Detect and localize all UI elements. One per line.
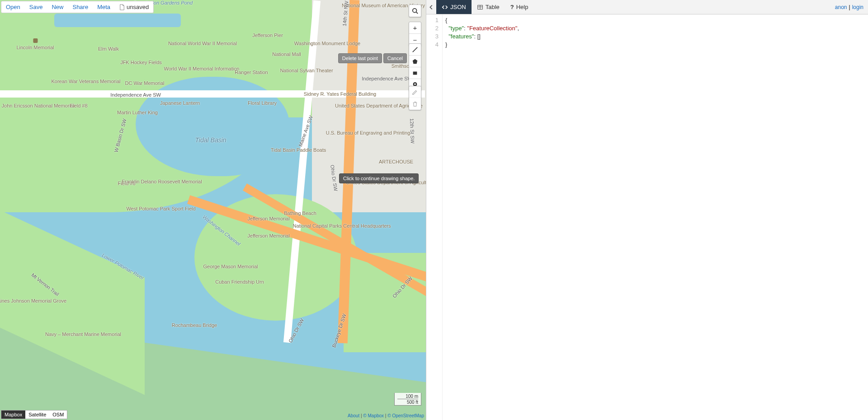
trash-icon: [412, 101, 418, 107]
scale-control: 100 m 500 ft: [394, 393, 421, 406]
rectangle-icon: [412, 70, 418, 76]
cancel-draw-button[interactable]: Cancel: [383, 53, 407, 63]
auth-area: anon | login: [830, 0, 868, 14]
scale-metric: 100 m: [397, 393, 418, 399]
attribution: About | © Mapbox | © OpenStreetMap: [348, 413, 424, 418]
collapse-pane-button[interactable]: [426, 0, 436, 14]
top-menu: Open Save New Share Meta unsaved: [1, 1, 154, 13]
menu-meta[interactable]: Meta: [93, 1, 115, 13]
tab-help[interactable]: ? Help: [505, 0, 534, 14]
line-icon: [412, 47, 418, 53]
baselayer-osm[interactable]: OSM: [49, 411, 67, 419]
table-icon: [477, 4, 483, 10]
auth-sep: |: [849, 4, 850, 10]
code-editor[interactable]: 1 2 3 4 { "type": "FeatureCollection", "…: [426, 14, 868, 420]
tab-table[interactable]: Table: [472, 0, 505, 14]
right-pane: JSON Table ? Help anon | login 1 2 3: [426, 0, 868, 420]
auth-login[interactable]: login: [852, 4, 863, 10]
chevron-left-icon: [428, 4, 434, 10]
editor-gutter: 1 2 3 4: [426, 14, 443, 420]
delete-layers-button[interactable]: [409, 98, 421, 110]
delete-last-point-button[interactable]: Delete last point: [338, 53, 382, 63]
attrib-mapbox[interactable]: © Mapbox: [363, 413, 384, 418]
tab-json[interactable]: JSON: [436, 0, 472, 14]
draw-action-bar: Delete last point Cancel: [338, 53, 407, 63]
attrib-about[interactable]: About: [348, 413, 359, 418]
file-icon: [119, 4, 125, 10]
right-tabs: JSON Table ? Help anon | login: [426, 0, 868, 14]
menu-new[interactable]: New: [47, 1, 68, 13]
search-button[interactable]: [409, 5, 421, 17]
edit-layers-button[interactable]: [409, 86, 421, 98]
draw-line-button[interactable]: [409, 44, 421, 56]
menu-save[interactable]: Save: [25, 1, 47, 13]
svg-point-8: [414, 84, 416, 85]
search-icon: [412, 8, 418, 14]
edit-icon: [412, 89, 418, 95]
baselayer-satellite[interactable]: Satellite: [25, 411, 49, 419]
auth-anon[interactable]: anon: [835, 4, 847, 10]
menu-open[interactable]: Open: [1, 1, 25, 13]
map-pane[interactable]: Lincoln Memorial Elm Walk JFK Hockey Fie…: [0, 0, 426, 420]
baselayer-switch: Mapbox Satellite OSM: [1, 410, 67, 419]
scale-imperial: 500 ft: [397, 399, 418, 405]
baselayer-mapbox[interactable]: Mapbox: [1, 411, 25, 419]
svg-marker-6: [413, 59, 418, 64]
polygon-icon: [412, 58, 418, 65]
svg-line-5: [413, 47, 418, 52]
zoom-in-button[interactable]: +: [409, 22, 421, 34]
draw-rectangle-button[interactable]: [409, 67, 421, 79]
menu-share[interactable]: Share: [68, 1, 93, 13]
draw-tooltip: Click to continue drawing shape.: [339, 173, 419, 183]
svg-point-3: [413, 9, 417, 13]
help-icon: ?: [510, 4, 514, 10]
menu-filename: unsaved: [115, 1, 153, 13]
editor-content[interactable]: { "type": "FeatureCollection", "features…: [443, 14, 522, 420]
svg-line-4: [416, 12, 418, 14]
draw-polygon-button[interactable]: [409, 56, 421, 67]
code-icon: [442, 4, 448, 10]
svg-rect-7: [413, 71, 417, 75]
attrib-osm[interactable]: © OpenStreetMap: [387, 413, 424, 418]
